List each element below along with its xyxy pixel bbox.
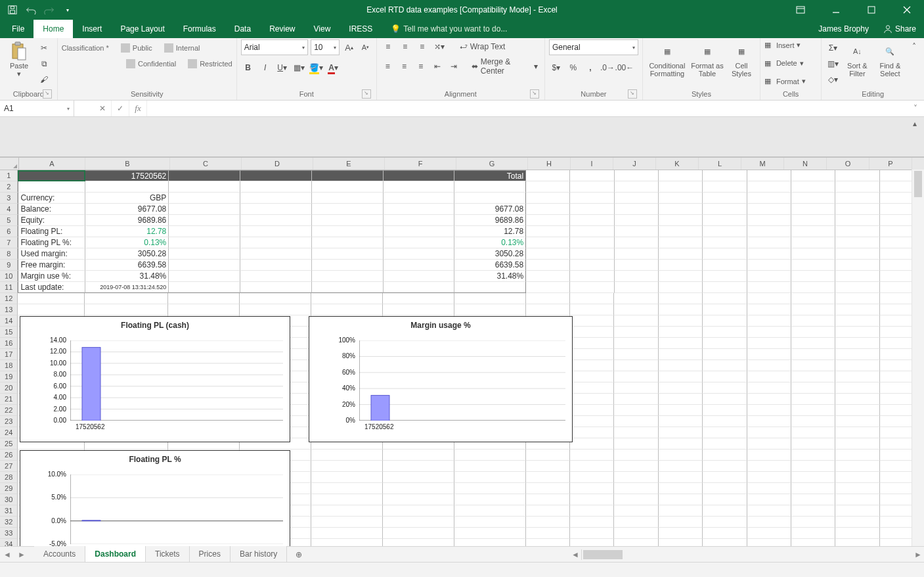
cell-O29[interactable] xyxy=(835,483,879,494)
italic-icon[interactable]: I xyxy=(258,60,273,75)
cell-K5[interactable] xyxy=(659,215,703,226)
cell-N7[interactable] xyxy=(791,237,835,248)
cell-B6[interactable]: 12.78 xyxy=(85,226,169,237)
cell-N8[interactable] xyxy=(791,248,835,260)
cell-F6[interactable] xyxy=(384,226,455,237)
cell-N5[interactable] xyxy=(791,215,835,226)
cell-J4[interactable] xyxy=(615,204,659,215)
sheet-tab-dashboard[interactable]: Dashboard xyxy=(85,546,146,563)
cell-F27[interactable] xyxy=(383,461,454,472)
cell-M21[interactable] xyxy=(747,394,791,405)
cell-K26[interactable] xyxy=(659,450,703,461)
cell-H8[interactable] xyxy=(526,248,570,260)
cell-O16[interactable] xyxy=(835,338,879,349)
cell-A5[interactable]: Equity: xyxy=(18,215,85,226)
cell-C3[interactable] xyxy=(169,193,240,204)
fill-icon[interactable]: ▥▾ xyxy=(825,57,840,71)
row-header-26[interactable]: 26 xyxy=(0,450,18,461)
cell-F26[interactable] xyxy=(383,450,454,461)
cell-I15[interactable] xyxy=(570,327,614,338)
cell-M8[interactable] xyxy=(747,248,791,260)
cell-H2[interactable] xyxy=(526,181,570,193)
cell-F10[interactable] xyxy=(384,271,455,282)
cell-H10[interactable] xyxy=(526,271,570,282)
cell-J31[interactable] xyxy=(614,505,658,517)
cell-K3[interactable] xyxy=(659,193,703,204)
cell-E33[interactable] xyxy=(311,528,383,539)
cell-M7[interactable] xyxy=(747,237,791,248)
clear-icon[interactable]: ◇▾ xyxy=(825,72,840,87)
cell-L19[interactable] xyxy=(703,371,747,382)
cell-I19[interactable] xyxy=(570,371,614,382)
cell-J9[interactable] xyxy=(615,260,659,271)
font-launcher-icon[interactable]: ↘ xyxy=(362,89,371,99)
cell-J27[interactable] xyxy=(614,461,658,472)
cell-M14[interactable] xyxy=(747,315,791,327)
cell-L24[interactable] xyxy=(703,427,747,438)
cell-G13[interactable] xyxy=(454,304,526,315)
increase-indent-icon[interactable]: ⇥ xyxy=(447,59,461,74)
cell-I27[interactable] xyxy=(570,461,614,472)
cell-J22[interactable] xyxy=(614,405,658,416)
cell-G30[interactable] xyxy=(454,494,526,505)
cell-K30[interactable] xyxy=(659,494,703,505)
cell-K24[interactable] xyxy=(659,427,703,438)
cell-E9[interactable] xyxy=(312,260,384,271)
orientation-icon[interactable]: ⤭▾ xyxy=(432,39,447,54)
cell-styles-button[interactable]: ▦ Cell Styles xyxy=(727,39,756,78)
cell-M12[interactable] xyxy=(747,293,791,304)
cell-L12[interactable] xyxy=(703,293,747,304)
align-center-icon[interactable]: ≡ xyxy=(397,59,411,74)
cell-F29[interactable] xyxy=(383,483,454,494)
cell-I18[interactable] xyxy=(570,360,614,371)
cell-L11[interactable] xyxy=(703,282,747,293)
cell-C7[interactable] xyxy=(169,237,240,248)
cell-D7[interactable] xyxy=(240,237,312,248)
collapse-pane-icon[interactable]: ▴ xyxy=(910,118,920,129)
decrease-decimal-icon[interactable]: .00← xyxy=(617,60,632,75)
align-bottom-icon[interactable]: ≡ xyxy=(415,39,429,54)
cell-I24[interactable] xyxy=(570,427,614,438)
cell-I7[interactable] xyxy=(570,237,614,248)
cell-M5[interactable] xyxy=(747,215,791,226)
cell-I23[interactable] xyxy=(570,416,614,427)
save-icon[interactable] xyxy=(5,3,20,17)
cell-M31[interactable] xyxy=(747,505,791,517)
row-header-32[interactable]: 32 xyxy=(0,517,18,528)
cell-M3[interactable] xyxy=(747,193,791,204)
ribbon-tab-file[interactable]: File xyxy=(3,20,33,38)
cell-C13[interactable] xyxy=(168,304,240,315)
share-button[interactable]: Share xyxy=(875,20,924,38)
cell-I16[interactable] xyxy=(570,338,614,349)
row-header-12[interactable]: 12 xyxy=(0,293,18,304)
cell-O22[interactable] xyxy=(835,405,879,416)
cell-I3[interactable] xyxy=(570,193,614,204)
cell-N26[interactable] xyxy=(791,450,835,461)
cell-E27[interactable] xyxy=(311,461,383,472)
decrease-indent-icon[interactable]: ⇤ xyxy=(430,59,444,74)
row-header-1[interactable]: 1 xyxy=(0,170,18,181)
comma-format-icon[interactable]: , xyxy=(583,60,598,75)
cell-G3[interactable] xyxy=(454,193,526,204)
chart-0[interactable]: Floating PL (cash)14.0012.0010.008.006.0… xyxy=(20,316,290,442)
cell-L32[interactable] xyxy=(703,517,747,528)
cell-O15[interactable] xyxy=(835,327,879,338)
cell-E7[interactable] xyxy=(312,237,384,248)
cell-K15[interactable] xyxy=(659,327,703,338)
sheet-nav-next-icon[interactable]: ► xyxy=(14,547,29,562)
col-header-A[interactable]: A xyxy=(19,158,85,170)
cell-I5[interactable] xyxy=(570,215,614,226)
cell-L16[interactable] xyxy=(703,338,747,349)
cell-K16[interactable] xyxy=(659,338,703,349)
cell-E4[interactable] xyxy=(312,204,384,215)
cell-N33[interactable] xyxy=(791,528,835,539)
cell-K12[interactable] xyxy=(659,293,703,304)
qat-customize-icon[interactable]: ▾ xyxy=(60,3,75,17)
row-header-8[interactable]: 8 xyxy=(0,248,18,260)
row-header-30[interactable]: 30 xyxy=(0,494,18,505)
cell-O32[interactable] xyxy=(835,517,879,528)
cell-B11[interactable]: 2019-07-08 13:31:24.520 xyxy=(85,282,169,293)
cell-H7[interactable] xyxy=(526,237,570,248)
vertical-scrollbar[interactable] xyxy=(912,170,924,547)
cell-A1[interactable] xyxy=(18,170,85,181)
